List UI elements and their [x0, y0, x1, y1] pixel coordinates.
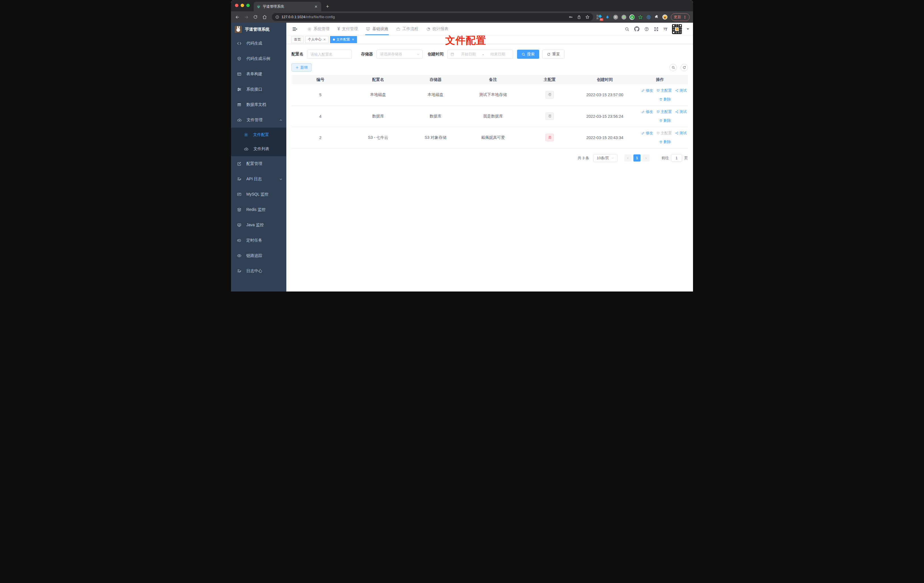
- pagination: 共 3 条 10条/页 ‹ 1 › 前往 页: [292, 154, 688, 162]
- date-range-picker[interactable]: 开始日期 - 结束日期: [447, 50, 513, 59]
- close-window-button[interactable]: [235, 4, 238, 7]
- sliders-icon: [237, 87, 241, 92]
- sidebar-item-db-doc[interactable]: 数据库文档: [231, 97, 286, 112]
- forward-icon[interactable]: [243, 13, 250, 21]
- sidebar-item-api-log[interactable]: API 日志: [231, 172, 286, 187]
- sidebar-item-mysql-monitor[interactable]: MySQL 监控: [231, 187, 286, 202]
- zoom-window-button[interactable]: [246, 4, 250, 7]
- tag-file-config[interactable]: 文件配置 ✕: [330, 36, 357, 43]
- tag-home[interactable]: 首页: [291, 36, 304, 43]
- sidebar-submenu-file: 文件配置 文件列表: [231, 128, 286, 156]
- nav-reports[interactable]: 统计报表: [422, 23, 452, 35]
- sidebar-item-file-config[interactable]: 文件配置: [231, 128, 286, 142]
- sidebar-item-config-manage[interactable]: 配置管理: [231, 156, 286, 172]
- pie-chart-icon: [426, 27, 431, 31]
- extension-emoji-icon[interactable]: [662, 15, 667, 20]
- site-info-icon[interactable]: [275, 15, 279, 19]
- sidebar-item-redis-monitor[interactable]: Redis 监控: [231, 202, 286, 217]
- end-date-placeholder[interactable]: 结束日期: [486, 52, 510, 57]
- page-size-select[interactable]: 10条/页: [593, 154, 617, 162]
- back-icon[interactable]: [233, 13, 241, 21]
- avatar[interactable]: [672, 24, 682, 34]
- extension-puzzle-icon[interactable]: [654, 15, 659, 20]
- github-icon[interactable]: [634, 26, 639, 31]
- font-size-icon[interactable]: TT: [663, 27, 667, 31]
- edit-link[interactable]: 修改: [641, 109, 653, 114]
- close-icon[interactable]: ✕: [351, 38, 354, 41]
- search-icon[interactable]: [625, 27, 629, 31]
- bookmark-star-icon[interactable]: [585, 15, 590, 19]
- chevron-up-icon: [279, 119, 282, 122]
- password-key-icon[interactable]: [568, 15, 573, 19]
- goto-page-input[interactable]: [671, 154, 682, 162]
- config-name-input[interactable]: [310, 52, 348, 56]
- delete-link[interactable]: 删除: [659, 118, 671, 123]
- fullscreen-icon[interactable]: [654, 27, 659, 31]
- address-bar[interactable]: 127.0.0.1:1024/infra/file/file-config: [272, 13, 593, 21]
- next-page-button[interactable]: ›: [642, 154, 650, 162]
- close-icon[interactable]: ✕: [323, 38, 326, 41]
- start-date-placeholder[interactable]: 开始日期: [456, 52, 480, 57]
- share-icon[interactable]: [577, 15, 581, 19]
- current-page[interactable]: 1: [634, 154, 640, 162]
- sidebar-item-log-center[interactable]: 日志中心: [231, 263, 286, 279]
- test-link[interactable]: 测试: [675, 109, 687, 114]
- nav-system-manage[interactable]: 系统管理: [304, 23, 333, 35]
- new-tab-button[interactable]: +: [323, 3, 332, 10]
- master-config-link[interactable]: 主配置: [657, 130, 672, 135]
- sidebar-item-system-api[interactable]: 系统接口: [231, 82, 286, 97]
- magnet-icon: [657, 110, 660, 114]
- sidebar-item-scheduled-tasks[interactable]: 定时任务: [231, 233, 286, 248]
- table-search-icon[interactable]: [670, 64, 677, 71]
- browser-tab[interactable]: 芋道管理系统 ✕: [254, 2, 321, 12]
- sidebar-item-file-manage[interactable]: 文件管理: [231, 112, 286, 128]
- nav-workflow[interactable]: 工作流程: [392, 23, 422, 35]
- extension-diamond-icon[interactable]: 11: [597, 15, 602, 20]
- extension-star-icon[interactable]: [638, 15, 643, 20]
- browser-menu-icon[interactable]: ⋮: [683, 15, 687, 19]
- nav-infrastructure[interactable]: 基础设施: [362, 23, 392, 35]
- top-nav: 系统管理 ¥ 支付管理 基础设施 工作流程: [304, 23, 452, 35]
- menu-fold-icon[interactable]: [290, 25, 299, 33]
- reload-icon[interactable]: [251, 13, 259, 21]
- delete-link[interactable]: 删除: [659, 139, 671, 144]
- search-button[interactable]: 搜索: [517, 50, 539, 59]
- config-name-input-wrap: [307, 50, 352, 59]
- search-form: 配置名 存储器 请选择存储器 创建时间 开始日期 -: [292, 50, 688, 59]
- extension-rings-icon[interactable]: [646, 15, 651, 20]
- storage-select[interactable]: 请选择存储器: [376, 50, 422, 59]
- test-link[interactable]: 测试: [675, 130, 687, 135]
- sidebar-item-tracing[interactable]: 链路追踪: [231, 248, 286, 263]
- sidebar-item-java-monitor[interactable]: Java 监控: [231, 217, 286, 233]
- nav-payment-manage[interactable]: ¥ 支付管理: [333, 23, 362, 35]
- sidebar-item-file-list[interactable]: 文件列表: [231, 142, 286, 156]
- chevron-down-icon[interactable]: [687, 28, 689, 30]
- master-config-link[interactable]: 主配置: [657, 88, 672, 93]
- master-config-link[interactable]: 主配置: [657, 109, 672, 114]
- sidebar-item-code-demo[interactable]: 代码生成示例: [231, 51, 286, 66]
- add-button[interactable]: 新增: [292, 63, 312, 71]
- extension-y-icon[interactable]: y: [629, 15, 635, 20]
- extension-command-icon[interactable]: ⌘: [613, 15, 618, 20]
- test-link[interactable]: 测试: [675, 88, 687, 93]
- table-refresh-icon[interactable]: [680, 64, 688, 71]
- sidebar-item-code-gen[interactable]: 代码生成: [231, 36, 286, 51]
- gear-icon: [244, 132, 248, 137]
- home-icon[interactable]: [261, 13, 269, 21]
- extension-dot-icon[interactable]: [621, 15, 626, 20]
- sidebar-item-form-builder[interactable]: 表单构建: [231, 66, 286, 82]
- delete-link[interactable]: 删除: [659, 97, 671, 102]
- tag-profile[interactable]: 个人中心 ✕: [305, 36, 328, 43]
- eye-icon: [237, 253, 241, 258]
- edit-link[interactable]: 修改: [641, 88, 653, 93]
- browser-update-button[interactable]: 更新 ⋮: [671, 13, 690, 21]
- extension-drop-icon[interactable]: [605, 15, 610, 20]
- table-row: 2 S3 - 七牛云 S3 对象存储 戴佩妮真可爱 是 2022-03-15 2…: [292, 127, 688, 148]
- prev-page-button[interactable]: ‹: [624, 154, 632, 162]
- help-icon[interactable]: [644, 27, 649, 31]
- tab-close-icon[interactable]: ✕: [314, 5, 318, 9]
- minimize-window-button[interactable]: [241, 4, 244, 7]
- reset-button[interactable]: 重置: [542, 50, 564, 59]
- edit-link[interactable]: 修改: [641, 130, 653, 135]
- app-title: 芋道管理系统: [245, 27, 270, 32]
